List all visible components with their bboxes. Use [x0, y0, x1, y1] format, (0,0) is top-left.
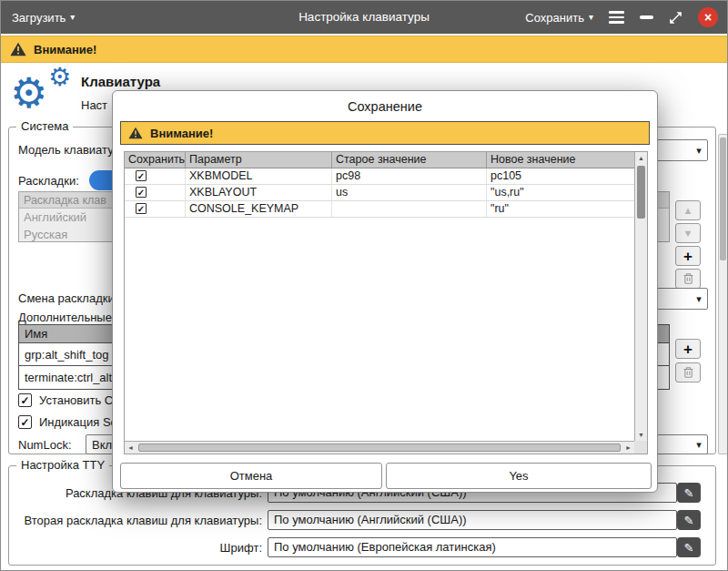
scrolllock-checkbox[interactable]: ✓ [18, 415, 32, 429]
page-scrollbar[interactable] [718, 134, 728, 454]
check-icon: ✓ [137, 201, 145, 217]
col-header-new: Новое значение [487, 152, 634, 168]
delete-layout-button[interactable] [675, 269, 701, 289]
arrow-up-icon: ▲ [683, 205, 693, 216]
dialog-warning-banner: Внимание! [120, 121, 650, 145]
cell-old-value: pc98 [332, 168, 487, 184]
pencil-icon: ✎ [684, 486, 694, 500]
plus-icon: + [683, 342, 693, 357]
table-row[interactable]: ✓ XKBMODEL pc98 pc105 [125, 168, 634, 185]
compose-checkbox-label: Установить Со [39, 393, 119, 407]
cell-new-value: "ru" [487, 201, 634, 217]
app-icon: ⚙ ⚙ [10, 68, 76, 121]
scroll-down-icon[interactable]: ▼ [635, 429, 647, 441]
add-layout-button[interactable]: + [675, 246, 701, 266]
scrolllock-checkbox-row: ✓ Индикация Scr [18, 415, 120, 429]
delete-shortcut-button[interactable] [675, 362, 701, 382]
col-header-param: Параметр [186, 152, 332, 168]
changes-grid: Сохранить Параметр Старое значение Новое… [125, 152, 634, 441]
warning-text: Внимание! [34, 43, 96, 56]
menu-icon[interactable] [609, 11, 624, 24]
scrollbar-thumb[interactable] [138, 444, 621, 452]
titlebar: Настройка клавиатуры Загрузить ▾ Сохрани… [1, 1, 727, 34]
dialog-warning-text: Внимание! [150, 127, 213, 140]
compose-checkbox-row: ✓ Установить Со [18, 393, 119, 407]
numlock-label: NumLock: [18, 438, 72, 452]
check-icon: ✓ [137, 168, 145, 184]
edit-button[interactable]: ✎ [677, 483, 701, 503]
minimize-button[interactable] [640, 15, 653, 19]
gear-small-icon: ⚙ [48, 65, 71, 90]
scroll-up-icon[interactable]: ▲ [635, 152, 647, 164]
yes-button[interactable]: Yes [386, 463, 652, 489]
trash-icon [682, 272, 694, 285]
titlebar-controls: Сохранить ▾ × [525, 1, 718, 34]
save-menu-button[interactable]: Сохранить ▾ [525, 11, 593, 25]
warning-icon [10, 42, 26, 56]
table-hscrollbar[interactable]: ◄ ► [125, 441, 634, 454]
pencil-icon: ✎ [684, 514, 694, 527]
cell-save: ✓ [125, 168, 186, 184]
table-row[interactable]: ✓ CONSOLE_KEYMAP "ru" [125, 201, 634, 218]
gear-icon: ⚙ [10, 72, 47, 114]
cell-param: XKBMODEL [186, 168, 332, 184]
col-header-old: Старое значение [332, 152, 487, 168]
close-icon: × [704, 10, 712, 25]
warning-icon [128, 127, 143, 139]
table-header-row: Сохранить Параметр Старое значение Новое… [125, 152, 634, 168]
table-row[interactable]: ✓ XKBLAYOUT us "us,ru" [125, 185, 634, 201]
cell-new-value: pc105 [487, 168, 634, 184]
close-button[interactable]: × [698, 7, 718, 27]
plus-icon: + [683, 249, 693, 264]
move-up-button[interactable]: ▲ [675, 200, 701, 220]
chevron-down-icon: ▾ [691, 145, 707, 157]
edit-button[interactable]: ✎ [677, 510, 701, 530]
row-checkbox[interactable]: ✓ [136, 203, 147, 214]
check-icon: ✓ [137, 185, 145, 200]
load-menu-label: Загрузить [12, 11, 66, 25]
add-shortcut-button[interactable]: + [675, 339, 701, 359]
expand-button[interactable] [669, 11, 682, 25]
app-window: Настройка клавиатуры Загрузить ▾ Сохрани… [0, 0, 728, 571]
cell-new-value: "us,ru" [487, 185, 634, 200]
pencil-icon: ✎ [684, 541, 694, 555]
tty-row-label: Вторая раскладка клавиш для клавиатуры: [18, 514, 262, 527]
tty-legend: Настройка TTY [16, 458, 109, 472]
save-menu-label: Сохранить [525, 11, 584, 25]
check-icon: ✓ [20, 394, 29, 407]
dialog-title: Сохранение [113, 99, 657, 114]
check-icon: ✓ [20, 416, 29, 429]
trash-icon [682, 366, 694, 379]
page-subtitle: Наст [81, 98, 107, 112]
expand-icon [669, 11, 682, 25]
move-down-button[interactable]: ▼ [675, 223, 701, 243]
changes-table: Сохранить Параметр Старое значение Новое… [124, 151, 648, 454]
extra-options-label: Дополнительные с [18, 311, 121, 324]
tty-row-input[interactable]: По умолчанию (Европейская латинская) [268, 537, 677, 557]
load-menu-button[interactable]: Загрузить ▾ [12, 1, 75, 34]
cell-save: ✓ [125, 185, 186, 200]
chevron-down-icon: ▾ [691, 439, 707, 451]
scrollbar-thumb[interactable] [637, 166, 645, 219]
scroll-left-icon[interactable]: ◄ [125, 442, 136, 454]
save-dialog: Сохранение Внимание! Сохранить Параметр … [112, 90, 658, 493]
table-vscrollbar[interactable]: ▲ ▼ [634, 152, 647, 441]
compose-checkbox[interactable]: ✓ [18, 393, 32, 407]
scrolllock-checkbox-label: Индикация Scr [39, 415, 120, 429]
chevron-down-icon: ▾ [589, 13, 593, 22]
edit-button[interactable]: ✎ [677, 537, 701, 557]
chevron-down-icon: ▾ [691, 293, 707, 305]
row-checkbox[interactable]: ✓ [136, 187, 147, 198]
scrollbar-corner [634, 441, 647, 454]
col-header-save: Сохранить [125, 152, 186, 168]
cell-param: CONSOLE_KEYMAP [186, 201, 332, 217]
page-title: Клавиатура [81, 74, 160, 89]
tty-row-input[interactable]: По умолчанию (Английский (США)) [268, 510, 677, 530]
scroll-right-icon[interactable]: ► [622, 442, 634, 454]
arrow-down-icon: ▼ [683, 228, 693, 239]
tty-row-label: Шрифт: [18, 541, 262, 555]
cancel-button[interactable]: Отмена [120, 463, 382, 489]
chevron-down-icon: ▾ [70, 13, 75, 22]
row-checkbox[interactable]: ✓ [136, 170, 147, 181]
scrollbar-thumb[interactable] [720, 138, 726, 260]
